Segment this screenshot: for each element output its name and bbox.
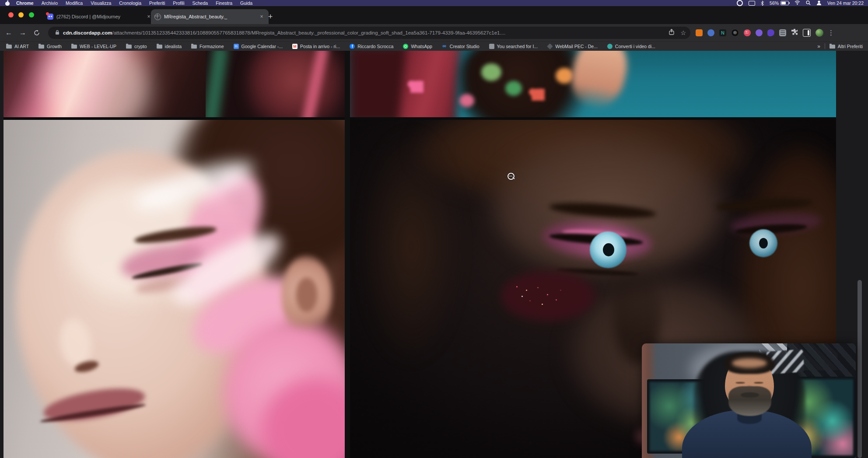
bluetooth-icon[interactable] bbox=[761, 1, 764, 6]
omnibox-actions: ☆ bbox=[665, 29, 686, 37]
share-icon[interactable] bbox=[669, 29, 674, 37]
bookmark-label: Formazione bbox=[200, 44, 224, 49]
tab-image-label: MRregista_Abstract_beauty._ bbox=[164, 14, 255, 19]
google-calendar-icon bbox=[234, 44, 239, 49]
grid-extension-icon[interactable] bbox=[779, 29, 786, 36]
tab-discord[interactable]: (2762) Discord | @Midjourney × bbox=[44, 9, 156, 24]
meta-infinity-icon bbox=[442, 44, 447, 49]
bookmark-label: Creator Studio bbox=[450, 44, 480, 49]
bookmark-label: WEB - LEVEL-UP bbox=[80, 44, 116, 49]
url-text: cdn.discordapp.com /attachments/10135123… bbox=[63, 30, 505, 35]
chrome-tab-strip: (2762) Discord | @Midjourney × MRregista… bbox=[0, 6, 868, 24]
globe-favicon bbox=[154, 14, 161, 20]
menubar-item-finestra[interactable]: Finestra bbox=[212, 0, 236, 6]
battery-indicator[interactable]: 56% bbox=[770, 0, 789, 6]
generated-image-left-portrait[interactable] bbox=[4, 120, 345, 458]
whatsapp-icon bbox=[403, 44, 408, 49]
bookmark-folder-crypto[interactable]: crypto bbox=[126, 44, 147, 49]
bookmarks-overflow-button[interactable]: » bbox=[817, 43, 820, 49]
back-button[interactable]: ← bbox=[4, 28, 14, 38]
reload-button[interactable] bbox=[32, 28, 42, 38]
zoom-out-cursor-icon bbox=[508, 173, 514, 180]
bookmark-converti-video[interactable]: Converti i video di... bbox=[607, 44, 655, 49]
purple-blob-extension-icon[interactable] bbox=[767, 29, 774, 36]
presenter-eyes bbox=[735, 382, 763, 384]
bookmark-label: idealista bbox=[165, 44, 182, 49]
wave-extension-icon[interactable] bbox=[707, 29, 714, 36]
window-minimize-button[interactable] bbox=[18, 12, 24, 17]
image-top-strip-left[interactable] bbox=[4, 50, 206, 117]
password-key-extension-icon[interactable] bbox=[744, 29, 751, 36]
bookmark-label: Google Calendar -... bbox=[242, 44, 283, 49]
bookmark-creator-studio[interactable]: Creator Studio bbox=[442, 44, 480, 49]
image-top-strip-right-teal[interactable] bbox=[350, 50, 836, 117]
lock-icon[interactable] bbox=[55, 29, 60, 37]
menubar-item-modifica[interactable]: Modifica bbox=[62, 0, 87, 6]
url-host: cdn.discordapp.com bbox=[63, 30, 112, 35]
bookmark-facebook-profile[interactable]: Riccardo Scrocca bbox=[350, 44, 393, 49]
window-zoom-button[interactable] bbox=[29, 12, 34, 17]
menubar-item-scheda[interactable]: Scheda bbox=[189, 0, 212, 6]
extensions-puzzle-icon[interactable] bbox=[791, 28, 798, 37]
profile-avatar[interactable] bbox=[816, 29, 823, 37]
menubar-item-preferiti[interactable]: Preferiti bbox=[145, 0, 169, 6]
menubar-item-guida[interactable]: Guida bbox=[236, 0, 256, 6]
bookmark-label: WhatsApp bbox=[411, 44, 432, 49]
bookmark-folder-idealista[interactable]: idealista bbox=[157, 44, 182, 49]
bookmark-folder-ai-art[interactable]: AI ART bbox=[6, 44, 29, 49]
folder-icon bbox=[38, 45, 44, 49]
folder-icon bbox=[6, 45, 12, 49]
address-bar[interactable]: cdn.discordapp.com /attachments/10135123… bbox=[48, 27, 690, 39]
tab-image-active[interactable]: MRregista_Abstract_beauty._ × bbox=[151, 9, 269, 24]
bookmarks-right-cluster: » Altri Preferiti bbox=[817, 43, 863, 49]
menubar-item-visualizza[interactable]: Visualizza bbox=[87, 0, 115, 6]
control-center-icon[interactable] bbox=[816, 0, 822, 6]
screen-mirroring-icon[interactable] bbox=[749, 1, 755, 6]
other-bookmarks-folder[interactable]: Altri Preferiti bbox=[830, 44, 863, 49]
bookmark-you-searched[interactable]: You searched for I... bbox=[489, 44, 538, 49]
bookmark-label: Posta in arrivo - ri... bbox=[300, 44, 340, 49]
dark-circle-extension-icon[interactable]: ◎ bbox=[731, 29, 739, 37]
menubar-item-profili[interactable]: Profili bbox=[169, 0, 188, 6]
spotlight-search-icon[interactable] bbox=[806, 0, 811, 6]
folder-icon bbox=[126, 45, 132, 49]
facebook-icon bbox=[350, 44, 355, 49]
bookmark-gmail-inbox[interactable]: Posta in arrivo - ri... bbox=[292, 44, 340, 49]
image-grid-column-gap bbox=[345, 50, 350, 458]
vertical-scrollbar-thumb[interactable] bbox=[858, 280, 862, 458]
forward-button[interactable]: → bbox=[18, 28, 28, 38]
apple-menu-icon[interactable] bbox=[5, 1, 10, 6]
bookmark-google-calendar[interactable]: Google Calendar -... bbox=[234, 44, 283, 49]
folder-icon bbox=[830, 45, 835, 49]
menubar-item-chrome[interactable]: Chrome bbox=[12, 0, 38, 6]
tab-close-icon[interactable]: × bbox=[258, 13, 265, 20]
sidebar-panel-icon[interactable] bbox=[803, 29, 811, 37]
purple-circle-extension-icon[interactable] bbox=[756, 29, 763, 36]
bookmark-label: You searched for I... bbox=[497, 44, 538, 49]
wifi-icon[interactable] bbox=[794, 0, 800, 6]
menubar-clock[interactable]: Ven 24 mar 20:22 bbox=[827, 0, 864, 6]
window-close-button[interactable] bbox=[8, 12, 14, 17]
bookmarks-separator bbox=[825, 43, 825, 49]
extensions-row: N ◎ bbox=[696, 28, 823, 37]
dark-hair-mass bbox=[459, 50, 591, 117]
bookmark-folder-web-level-up[interactable]: WEB - LEVEL-UP bbox=[71, 44, 116, 49]
webcam-overlay bbox=[642, 343, 856, 458]
menubar-item-cronologia[interactable]: Cronologia bbox=[115, 0, 145, 6]
bookmark-folder-formazione[interactable]: Formazione bbox=[191, 44, 224, 49]
bookmark-whatsapp[interactable]: WhatsApp bbox=[403, 44, 432, 49]
bookmark-webmail-pec[interactable]: WebMail PEC - De... bbox=[547, 44, 598, 49]
menubar-item-archivio[interactable]: Archivio bbox=[38, 0, 62, 6]
tab-discord-label: (2762) Discord | @Midjourney bbox=[56, 14, 142, 19]
bookmark-folder-growth[interactable]: Growth bbox=[38, 44, 62, 49]
metamask-extension-icon[interactable] bbox=[696, 29, 703, 36]
under-eye-glitter bbox=[501, 271, 595, 321]
new-tab-button[interactable]: + bbox=[265, 11, 276, 22]
teal-n-extension-icon[interactable]: N bbox=[719, 29, 726, 36]
image-top-strip-middle[interactable] bbox=[206, 50, 345, 117]
bookmark-star-icon[interactable]: ☆ bbox=[680, 30, 686, 36]
record-icon[interactable] bbox=[737, 0, 743, 6]
video-converter-icon bbox=[607, 44, 612, 49]
bookmark-label: Altri Preferiti bbox=[838, 44, 863, 49]
chrome-menu-button[interactable]: ⋮ bbox=[828, 29, 834, 37]
